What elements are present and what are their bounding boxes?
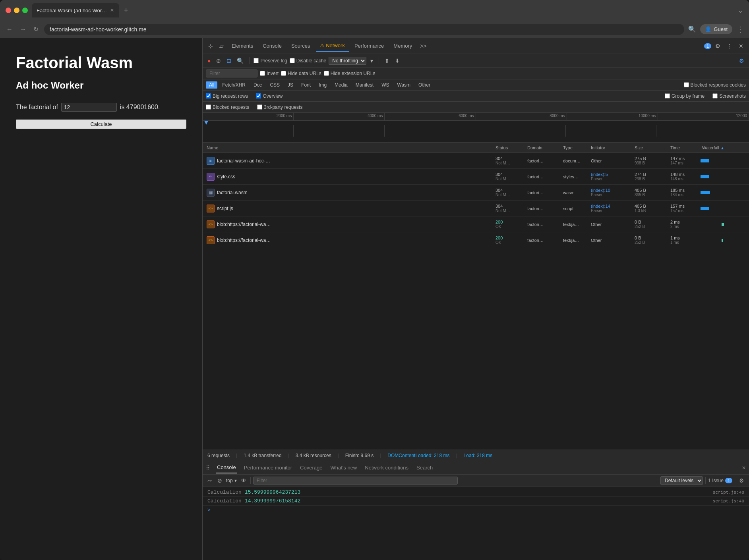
console-clear-icon[interactable]: ⊘ bbox=[216, 477, 224, 485]
console-context-selector[interactable]: top ▾ bbox=[226, 478, 237, 483]
table-row[interactable]: <> blob:https://factorial-wa… 200OK fact… bbox=[203, 232, 749, 248]
console-tab-console[interactable]: Console bbox=[216, 462, 237, 473]
calculate-button[interactable]: Calculate bbox=[16, 120, 186, 129]
search-icon[interactable]: 🔍 bbox=[235, 57, 245, 65]
issues-badge[interactable]: 1 bbox=[704, 43, 711, 49]
th-time[interactable]: Time bbox=[668, 145, 700, 150]
menu-icon[interactable]: ⋮ bbox=[736, 25, 744, 34]
filter-tab-css[interactable]: CSS bbox=[267, 81, 283, 89]
big-rows-label[interactable]: Big request rows bbox=[206, 93, 248, 99]
console-tab-whats-new[interactable]: What's new bbox=[329, 462, 358, 473]
chevron-down-icon[interactable]: ⌄ bbox=[737, 6, 743, 15]
console-settings-icon[interactable]: ⚙ bbox=[737, 477, 746, 485]
th-initiator[interactable]: Initiator bbox=[588, 145, 632, 150]
th-type[interactable]: Type bbox=[561, 145, 588, 150]
minimize-traffic-light[interactable] bbox=[14, 8, 19, 13]
console-tab-coverage[interactable]: Coverage bbox=[299, 462, 323, 473]
preserve-log-checkbox[interactable] bbox=[254, 58, 259, 63]
tab-close-icon[interactable]: ✕ bbox=[110, 8, 114, 13]
hide-extension-urls-label[interactable]: Hide extension URLs bbox=[324, 71, 375, 76]
third-party-label[interactable]: 3rd-party requests bbox=[257, 104, 302, 110]
console-module-icon[interactable]: ▱ bbox=[206, 477, 213, 485]
console-tab-search[interactable]: Search bbox=[416, 462, 434, 473]
group-by-frame-label[interactable]: Group by frame bbox=[665, 93, 704, 99]
devtools-pointer-icon[interactable]: ⊹ bbox=[206, 41, 215, 51]
console-link-2[interactable]: script.js:40 bbox=[713, 499, 744, 504]
console-close-button[interactable]: ✕ bbox=[742, 465, 746, 471]
third-party-checkbox[interactable] bbox=[257, 104, 262, 110]
close-traffic-light[interactable] bbox=[6, 8, 11, 13]
factorial-input[interactable] bbox=[61, 103, 117, 112]
th-name[interactable]: Name bbox=[204, 145, 493, 150]
table-row[interactable]: ✏ style.css 304Not M… factori… styles… (… bbox=[203, 169, 749, 185]
browser-tab[interactable]: Factorial Wasm (ad hoc Wor… ✕ bbox=[32, 3, 119, 17]
tab-memory[interactable]: Memory bbox=[389, 41, 416, 51]
filter-tab-all[interactable]: All bbox=[206, 81, 217, 89]
blocked-requests-checkbox[interactable] bbox=[206, 104, 211, 110]
th-size[interactable]: Size bbox=[632, 145, 668, 150]
console-tab-perf[interactable]: Performance monitor bbox=[243, 462, 293, 473]
filter-tab-manifest[interactable]: Manifest bbox=[352, 81, 377, 89]
filter-input[interactable] bbox=[206, 70, 257, 77]
filter-tab-wasm[interactable]: Wasm bbox=[394, 81, 414, 89]
table-row[interactable]: <> script.js 304Not M… factori… script (… bbox=[203, 201, 749, 216]
zoom-icon[interactable]: 🔍 bbox=[688, 25, 696, 33]
group-by-frame-checkbox[interactable] bbox=[665, 93, 670, 98]
maximize-traffic-light[interactable] bbox=[22, 8, 28, 13]
more-tabs-icon[interactable]: >> bbox=[418, 41, 429, 51]
console-handle-icon[interactable]: ⠿ bbox=[206, 465, 210, 471]
filter-tab-js[interactable]: JS bbox=[285, 81, 296, 89]
disable-cache-checkbox[interactable] bbox=[290, 58, 295, 63]
forward-button[interactable]: → bbox=[18, 24, 28, 35]
filter-tab-other[interactable]: Other bbox=[415, 81, 434, 89]
address-bar[interactable]: factorial-wasm-ad-hoc-worker.glitch.me bbox=[44, 24, 684, 35]
hide-data-urls-label[interactable]: Hide data URLs bbox=[281, 71, 321, 76]
big-rows-checkbox[interactable] bbox=[206, 93, 211, 98]
issues-badge2[interactable]: 1 bbox=[725, 478, 732, 483]
filter-tab-ws[interactable]: WS bbox=[378, 81, 392, 89]
screenshots-label[interactable]: Screenshots bbox=[712, 93, 746, 99]
new-tab-button[interactable]: + bbox=[121, 5, 132, 16]
tab-network[interactable]: ⚠ Network bbox=[316, 40, 349, 52]
more-options-icon[interactable]: ⋮ bbox=[724, 41, 735, 51]
guest-button[interactable]: 👤 Guest bbox=[700, 24, 732, 34]
close-devtools-icon[interactable]: ✕ bbox=[736, 41, 746, 51]
import-icon[interactable]: ⬆ bbox=[383, 57, 391, 65]
th-domain[interactable]: Domain bbox=[525, 145, 561, 150]
console-prompt[interactable]: > bbox=[203, 506, 749, 515]
clear-button[interactable]: ⊘ bbox=[215, 57, 223, 65]
hide-data-urls-checkbox[interactable] bbox=[281, 71, 286, 76]
table-row[interactable]: <> blob:https://factorial-wa… 200OK fact… bbox=[203, 216, 749, 232]
filter-tab-img[interactable]: Img bbox=[315, 81, 330, 89]
filter-tab-font[interactable]: Font bbox=[298, 81, 314, 89]
console-eye-icon[interactable]: 👁 bbox=[239, 477, 248, 485]
hide-extension-urls-checkbox[interactable] bbox=[324, 71, 329, 76]
filter-tab-media[interactable]: Media bbox=[331, 81, 351, 89]
tab-elements[interactable]: Elements bbox=[228, 41, 257, 51]
overview-label[interactable]: Overview bbox=[256, 93, 283, 99]
invert-checkbox-label[interactable]: Invert bbox=[260, 71, 279, 76]
reload-button[interactable]: ↻ bbox=[32, 24, 40, 35]
blocked-cookies-checkbox[interactable] bbox=[684, 82, 689, 87]
console-levels-select[interactable]: Default levels bbox=[660, 476, 703, 485]
back-button[interactable]: ← bbox=[5, 24, 14, 35]
overview-checkbox[interactable] bbox=[256, 93, 261, 98]
console-filter-input[interactable] bbox=[253, 477, 458, 485]
invert-checkbox[interactable] bbox=[260, 71, 265, 76]
filter-icon[interactable]: ⊟ bbox=[225, 57, 233, 65]
console-tab-network-conditions[interactable]: Network conditions bbox=[364, 462, 409, 473]
screenshots-checkbox[interactable] bbox=[712, 93, 718, 98]
throttle-down-icon[interactable]: ▾ bbox=[369, 57, 375, 65]
settings-gear-icon[interactable]: ⚙ bbox=[737, 57, 746, 65]
disable-cache-checkbox-label[interactable]: Disable cache bbox=[290, 58, 326, 64]
filter-tab-fetchxhr[interactable]: Fetch/XHR bbox=[219, 81, 249, 89]
record-button[interactable]: ● bbox=[206, 57, 212, 65]
th-waterfall[interactable]: Waterfall ▲ bbox=[700, 145, 747, 150]
blocked-requests-label[interactable]: Blocked requests bbox=[206, 104, 249, 110]
export-icon[interactable]: ⬇ bbox=[393, 57, 401, 65]
blocked-cookies-label[interactable]: Blocked response cookies bbox=[684, 82, 746, 88]
settings-icon[interactable]: ⚙ bbox=[713, 41, 723, 51]
throttle-select[interactable]: No throttling bbox=[329, 57, 366, 65]
filter-tab-doc[interactable]: Doc bbox=[250, 81, 265, 89]
th-status[interactable]: Status bbox=[493, 145, 525, 150]
